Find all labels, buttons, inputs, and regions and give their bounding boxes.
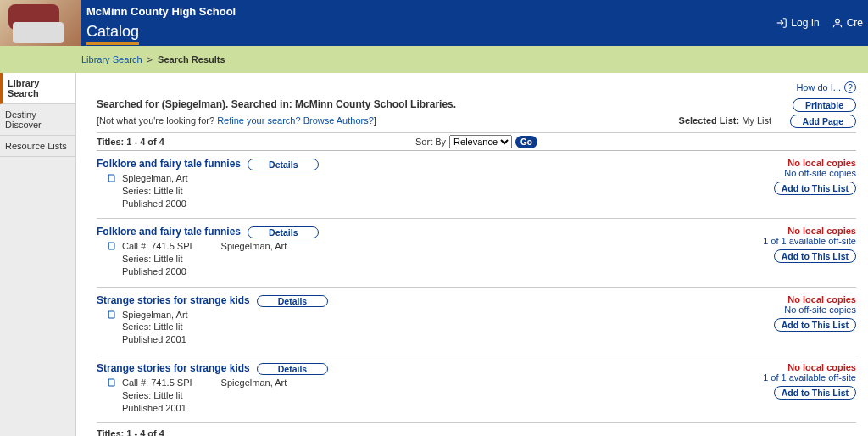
- refine-line: [Not what you're looking for? Refine you…: [97, 115, 376, 126]
- result-row: Strange stories for strange kidsDetailsS…: [97, 288, 856, 355]
- search-header: Printable Add Page Searched for (Spiegel…: [97, 98, 856, 133]
- no-local-copies: No local copies: [729, 226, 856, 236]
- result-title-link[interactable]: Strange stories for strange kids: [97, 362, 250, 374]
- user-icon: [832, 17, 843, 29]
- browse-authors-link[interactable]: Browse Authors?: [303, 115, 374, 126]
- results-list: Folklore and fairy tale funniesDetailsSp…: [97, 151, 856, 423]
- book-icon: [107, 377, 117, 388]
- breadcrumb-bar: Library Search > Search Results: [0, 46, 868, 73]
- no-local-copies: No local copies: [729, 362, 856, 372]
- meta-row: Spiegelman, ArtSeries: Little litPublish…: [97, 309, 729, 347]
- book-icon: [107, 309, 117, 321]
- top-banner: McMinn County High School Catalog Log In…: [0, 0, 868, 46]
- result-left: Folklore and fairy tale funniesDetailsCa…: [97, 226, 729, 277]
- how-do-i-link[interactable]: How do I... ?: [796, 81, 856, 93]
- result-left: Strange stories for strange kidsDetailsS…: [97, 294, 729, 346]
- titles-count-bottom: Titles: 1 - 4 of 4: [97, 423, 856, 436]
- breadcrumb-library-search[interactable]: Library Search: [81, 54, 142, 64]
- result-row: Folklore and fairy tale funniesDetailsCa…: [97, 219, 856, 287]
- nav-resource-lists[interactable]: Resource Lists: [0, 136, 75, 157]
- result-right: No local copiesNo off-site copiesAdd to …: [729, 294, 856, 346]
- details-button[interactable]: Details: [257, 363, 328, 375]
- result-row: Strange stories for strange kidsDetailsC…: [97, 355, 856, 423]
- login-icon: [776, 17, 787, 29]
- series: Series: Little lit: [122, 185, 188, 198]
- help-icon: ?: [844, 81, 856, 93]
- book-icon: [107, 172, 117, 184]
- published: Published 2001: [122, 333, 188, 346]
- catalog-tab[interactable]: Catalog: [86, 23, 139, 45]
- login-label: Log In: [791, 17, 819, 29]
- nav-library-search[interactable]: Library Search: [0, 73, 75, 104]
- author: Spiegelman, Art: [122, 172, 188, 185]
- no-local-copies: No local copies: [729, 294, 856, 305]
- series: Series: Little lit: [122, 321, 188, 333]
- result-left: Folklore and fairy tale funniesDetailsSp…: [97, 158, 729, 210]
- result-title-link[interactable]: Folklore and fairy tale funnies: [97, 158, 241, 170]
- school-name: McMinn County High School: [86, 5, 236, 18]
- breadcrumb-current: Search Results: [158, 54, 225, 64]
- toolbar-row: Titles: 1 - 4 of 4 Sort By Relevance Go: [97, 133, 856, 151]
- author: Spiegelman, Art: [122, 309, 188, 321]
- call-number: Call #: 741.5 SPI: [122, 241, 192, 251]
- content-area: How do I... ? Printable Add Page Searche…: [76, 73, 868, 436]
- selected-list-value: My List: [742, 115, 771, 126]
- book-icon: [107, 240, 117, 252]
- meta-block: Call #: 741.5 SPISpiegelman, ArtSeries: …: [122, 240, 287, 278]
- meta-row: Call #: 741.5 SPISpiegelman, ArtSeries: …: [97, 240, 729, 278]
- banner-text: McMinn County High School Catalog: [81, 0, 236, 46]
- search-summary: Searched for (Spiegelman). Searched in: …: [97, 98, 856, 110]
- add-to-list-button[interactable]: Add to This List: [774, 318, 856, 332]
- author: Spiegelman, Art: [221, 377, 287, 388]
- series: Series: Little lit: [122, 253, 287, 266]
- sort-group: Sort By Relevance Go: [415, 135, 537, 148]
- author: Spiegelman, Art: [221, 241, 287, 251]
- result-left: Strange stories for strange kidsDetailsC…: [97, 362, 729, 414]
- result-right: No local copies1 of 1 available off-site…: [729, 226, 856, 277]
- add-to-list-button[interactable]: Add to This List: [774, 182, 856, 195]
- result-row: Folklore and fairy tale funniesDetailsSp…: [97, 151, 856, 219]
- series: Series: Little lit: [122, 389, 287, 402]
- offsite-copies: No off-site copies: [729, 168, 856, 178]
- call-number: Call #: 741.5 SPI: [122, 377, 192, 388]
- how-do-i-label: How do I...: [796, 82, 841, 92]
- add-to-list-button[interactable]: Add to This List: [774, 386, 856, 400]
- published: Published 2001: [122, 402, 287, 415]
- sort-select[interactable]: Relevance: [449, 135, 512, 148]
- breadcrumb-sep: >: [145, 54, 156, 64]
- published: Published 2000: [122, 266, 287, 278]
- offsite-copies: No off-site copies: [729, 305, 856, 315]
- result-right: No local copiesNo off-site copiesAdd to …: [729, 158, 856, 210]
- details-button[interactable]: Details: [248, 159, 319, 170]
- meta-block: Spiegelman, ArtSeries: Little litPublish…: [122, 309, 188, 347]
- create-label: Cre: [847, 17, 863, 29]
- offsite-copies: 1 of 1 available off-site: [729, 372, 856, 383]
- svg-point-1: [835, 19, 839, 23]
- result-title-link[interactable]: Strange stories for strange kids: [97, 294, 250, 306]
- login-button[interactable]: Log In: [776, 17, 819, 29]
- meta-row: Spiegelman, ArtSeries: Little litPublish…: [97, 172, 729, 210]
- create-account-button[interactable]: Cre: [832, 17, 863, 29]
- refine-suffix: ]: [374, 115, 376, 126]
- printable-button[interactable]: Printable: [793, 98, 856, 112]
- details-button[interactable]: Details: [248, 226, 319, 238]
- banner-image: [0, 0, 81, 46]
- no-local-copies: No local copies: [729, 158, 856, 168]
- meta-row: Call #: 741.5 SPISpiegelman, ArtSeries: …: [97, 377, 729, 415]
- meta-block: Spiegelman, ArtSeries: Little litPublish…: [122, 172, 188, 210]
- refine-search-link[interactable]: Refine your search?: [217, 115, 300, 126]
- meta-block: Call #: 741.5 SPISpiegelman, ArtSeries: …: [122, 377, 287, 415]
- add-to-list-button[interactable]: Add to This List: [774, 249, 856, 263]
- result-title-link[interactable]: Folklore and fairy tale funnies: [97, 226, 241, 238]
- add-page-button[interactable]: Add Page: [790, 115, 856, 128]
- selected-list-label: Selected List:: [679, 115, 740, 126]
- details-button[interactable]: Details: [257, 295, 328, 307]
- header-pills: Printable Add Page: [790, 98, 856, 131]
- go-button[interactable]: Go: [515, 136, 537, 148]
- published: Published 2000: [122, 198, 188, 210]
- header-actions: Log In Cre: [776, 0, 868, 46]
- result-right: No local copies1 of 1 available off-site…: [729, 362, 856, 414]
- nav-destiny-discover[interactable]: Destiny Discover: [0, 104, 75, 136]
- sort-label: Sort By: [415, 137, 446, 147]
- titles-count-top: Titles: 1 - 4 of 4: [97, 137, 164, 147]
